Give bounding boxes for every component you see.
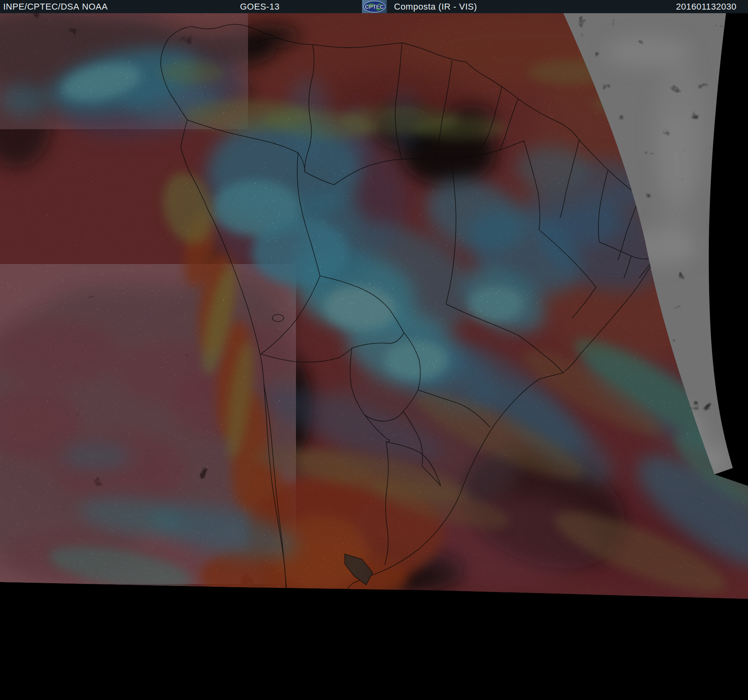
source-label: INPE/CPTEC/DSA (3, 0, 79, 13)
satellite-label: GOES-13 (240, 0, 280, 13)
timestamp-label: 201601132030 (676, 0, 736, 13)
cptec-logo-text: CPTEC (365, 4, 384, 10)
product-label: Composta (IR - VIS) (394, 0, 477, 13)
satellite-image (0, 0, 748, 700)
header-bar: INPE/CPTEC/DSA NOAA GOES-13 CPTEC Compos… (0, 0, 748, 13)
cptec-logo: CPTEC (362, 0, 387, 13)
cptec-globe-icon: CPTEC (362, 0, 387, 13)
satellite-viewer: INPE/CPTEC/DSA NOAA GOES-13 CPTEC Compos… (0, 0, 748, 700)
agency-label: NOAA (82, 0, 108, 13)
